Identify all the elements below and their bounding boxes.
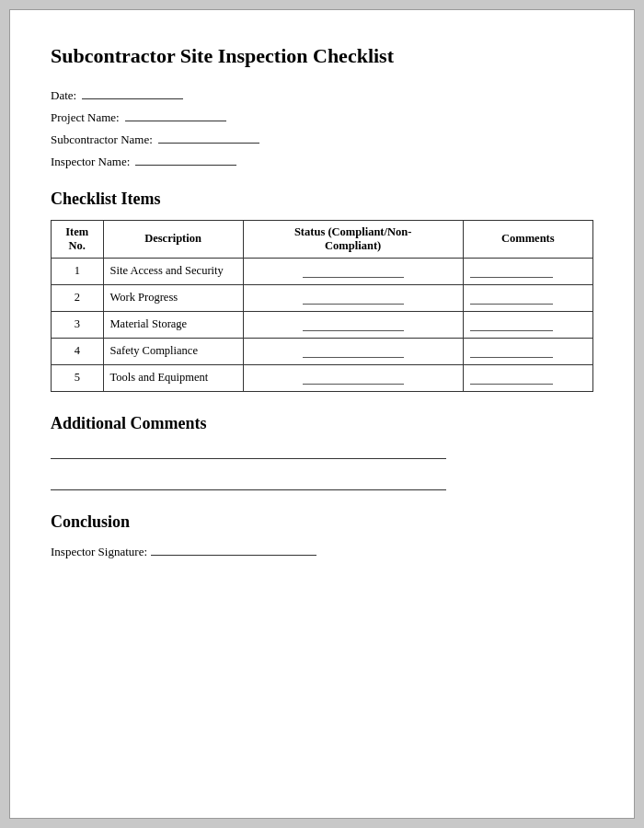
checklist-section-title: Checklist Items [51, 190, 593, 209]
document-title: Subcontractor Site Inspection Checklist [51, 43, 593, 70]
table-row: 3Material Storage [52, 311, 593, 338]
table-row: 4Safety Compliance [52, 338, 593, 364]
cell-item-no: 1 [52, 258, 104, 284]
additional-comment-line-2[interactable] [51, 476, 446, 490]
inspector-name-label: Inspector Name: [51, 155, 130, 169]
cell-status[interactable] [243, 284, 463, 311]
inspector-name-field-row: Inspector Name: [51, 155, 593, 169]
document-page: Subcontractor Site Inspection Checklist … [9, 9, 635, 819]
subcontractor-name-label: Subcontractor Name: [51, 132, 153, 147]
cell-status[interactable] [243, 311, 463, 338]
table-row: 2Work Progress [52, 284, 593, 311]
signature-input[interactable] [151, 555, 316, 556]
col-header-comments: Comments [463, 220, 592, 258]
project-name-field-row: Project Name: [51, 110, 593, 125]
cell-comment[interactable] [463, 284, 592, 311]
cell-description: Tools and Equipment [103, 364, 243, 391]
additional-comments-section: Additional Comments [51, 414, 593, 490]
subcontractor-name-input[interactable] [158, 143, 259, 144]
cell-comment[interactable] [463, 338, 592, 364]
project-name-label: Project Name: [51, 110, 120, 125]
cell-status[interactable] [243, 258, 463, 284]
conclusion-section: Conclusion Inspector Signature: [51, 512, 593, 559]
cell-status[interactable] [243, 338, 463, 364]
col-header-item-no: ItemNo. [52, 220, 104, 258]
cell-description: Site Access and Security [103, 258, 243, 284]
table-row: 1Site Access and Security [52, 258, 593, 284]
cell-item-no: 3 [52, 311, 104, 338]
table-row: 5Tools and Equipment [52, 364, 593, 391]
signature-row: Inspector Signature: [51, 545, 593, 559]
cell-description: Work Progress [103, 284, 243, 311]
cell-item-no: 2 [52, 284, 104, 311]
cell-description: Safety Compliance [103, 338, 243, 364]
cell-comment[interactable] [463, 311, 592, 338]
checklist-table: ItemNo. Description Status (Compliant/No… [51, 220, 593, 392]
project-name-input[interactable] [125, 121, 226, 121]
inspector-name-input[interactable] [135, 165, 236, 166]
additional-comments-title: Additional Comments [51, 414, 593, 433]
cell-status[interactable] [243, 364, 463, 391]
cell-item-no: 4 [52, 338, 104, 364]
date-field-row: Date: [51, 88, 593, 103]
date-label: Date: [51, 88, 76, 103]
inspector-signature-label: Inspector Signature: [51, 545, 147, 559]
cell-comment[interactable] [463, 258, 592, 284]
cell-item-no: 5 [52, 364, 104, 391]
date-input[interactable] [82, 98, 183, 99]
col-header-description: Description [103, 220, 243, 258]
additional-comment-line-1[interactable] [51, 444, 446, 459]
cell-comment[interactable] [463, 364, 592, 391]
cell-description: Material Storage [103, 311, 243, 338]
subcontractor-name-field-row: Subcontractor Name: [51, 132, 593, 147]
col-header-status: Status (Compliant/Non-Compliant) [243, 220, 463, 258]
conclusion-title: Conclusion [51, 512, 593, 532]
table-header-row: ItemNo. Description Status (Compliant/No… [52, 220, 593, 258]
